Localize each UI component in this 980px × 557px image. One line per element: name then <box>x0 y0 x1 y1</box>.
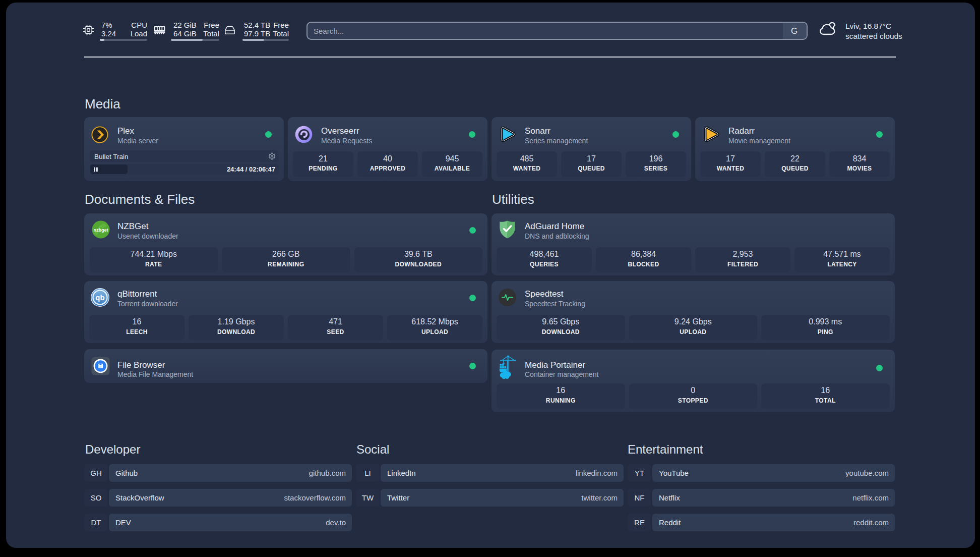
svg-text:qb: qb <box>95 293 104 302</box>
svg-text:nzbget: nzbget <box>94 228 108 233</box>
